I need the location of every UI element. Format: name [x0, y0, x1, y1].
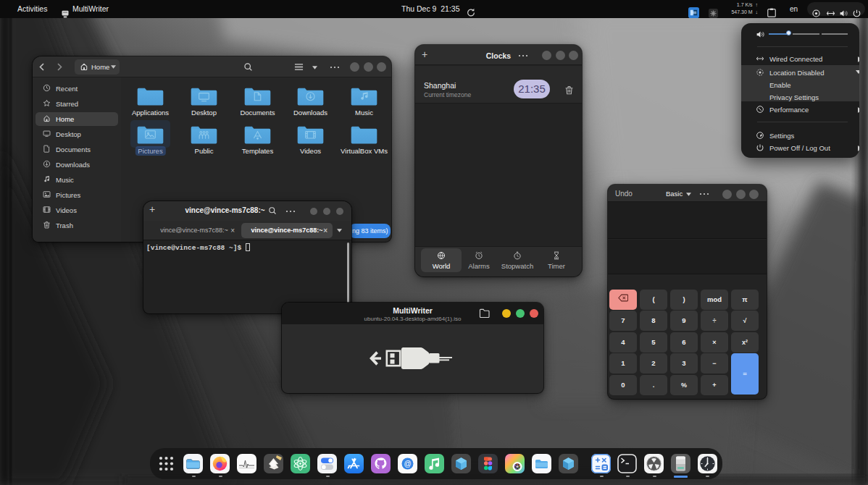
svg-text:@: @ [404, 460, 411, 468]
